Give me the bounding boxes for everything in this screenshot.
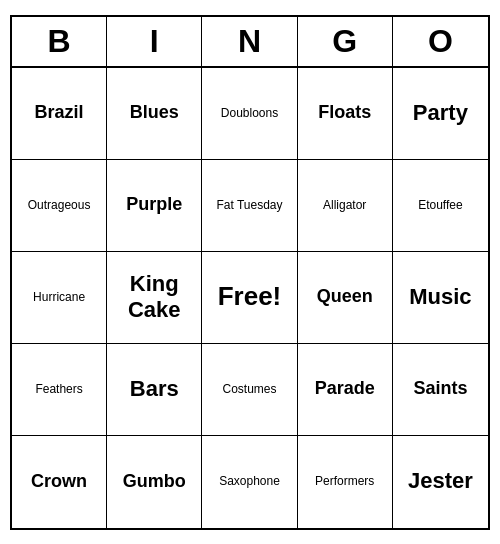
header-letter: B [12,17,107,66]
cell-text: Performers [315,474,374,488]
cell-text: Free! [218,281,282,312]
bingo-cell: Jester [393,436,488,528]
cell-text: Etouffee [418,198,462,212]
bingo-cell: Floats [298,68,393,160]
bingo-cell: Parade [298,344,393,436]
cell-text: Fat Tuesday [216,198,282,212]
header-letter: N [202,17,297,66]
bingo-card: BINGO BrazilBluesDoubloonsFloatsPartyOut… [10,15,490,530]
cell-text: Doubloons [221,106,278,120]
bingo-cell: Alligator [298,160,393,252]
cell-text: Music [409,284,471,310]
header-letter: G [298,17,393,66]
bingo-cell: Crown [12,436,107,528]
cell-text: Blues [130,102,179,124]
bingo-cell: Costumes [202,344,297,436]
bingo-cell: Gumbo [107,436,202,528]
bingo-cell: Etouffee [393,160,488,252]
bingo-cell: Hurricane [12,252,107,344]
cell-text: Queen [317,286,373,308]
bingo-cell: Fat Tuesday [202,160,297,252]
cell-text: Crown [31,471,87,493]
bingo-cell: King Cake [107,252,202,344]
cell-text: Party [413,100,468,126]
cell-text: Gumbo [123,471,186,493]
cell-text: Alligator [323,198,366,212]
bingo-cell: Party [393,68,488,160]
bingo-cell: Performers [298,436,393,528]
header-letter: I [107,17,202,66]
cell-text: Purple [126,194,182,216]
cell-text: Saxophone [219,474,280,488]
header-letter: O [393,17,488,66]
cell-text: Saints [413,378,467,400]
cell-text: Parade [315,378,375,400]
bingo-cell: Bars [107,344,202,436]
bingo-cell: Free! [202,252,297,344]
bingo-cell: Doubloons [202,68,297,160]
cell-text: Bars [130,376,179,402]
cell-text: Costumes [222,382,276,396]
cell-text: Hurricane [33,290,85,304]
bingo-cell: Music [393,252,488,344]
cell-text: Brazil [35,102,84,124]
bingo-cell: Feathers [12,344,107,436]
cell-text: Floats [318,102,371,124]
bingo-header: BINGO [12,17,488,68]
cell-text: Outrageous [28,198,91,212]
cell-text: Feathers [35,382,82,396]
bingo-cell: Saints [393,344,488,436]
bingo-cell: Outrageous [12,160,107,252]
bingo-grid: BrazilBluesDoubloonsFloatsPartyOutrageou… [12,68,488,528]
bingo-cell: Purple [107,160,202,252]
bingo-cell: Brazil [12,68,107,160]
bingo-cell: Queen [298,252,393,344]
bingo-cell: Blues [107,68,202,160]
cell-text: King Cake [111,271,197,324]
bingo-cell: Saxophone [202,436,297,528]
cell-text: Jester [408,468,473,494]
